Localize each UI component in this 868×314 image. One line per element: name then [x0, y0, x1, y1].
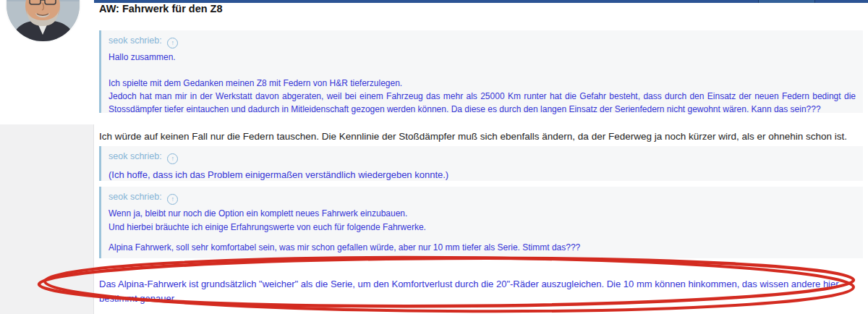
top-bar-segment [759, 0, 814, 3]
quote-body: Wenn ja, bleibt nur noch die Option ein … [101, 205, 863, 255]
quote-paragraph: Jedoch hat man mir in der Werkstatt davo… [109, 90, 856, 116]
quote-line: Und hierbei bräuchte ich einige Erfahrun… [109, 221, 856, 234]
top-bar-divider [758, 0, 759, 3]
top-bar-divider [814, 0, 815, 3]
reply-text-2: Das Alpina-Fahrwerk ist grundsätzlich "w… [99, 277, 853, 306]
quote-header: seok schrieb: ↑ [101, 187, 863, 205]
quote-line-spacer [109, 64, 856, 77]
sidebar-lower-panel [0, 124, 94, 314]
quote-block-2: seok schrieb: ↑ (Ich hoffe, dass ich das… [99, 146, 863, 181]
quote-header: seok schrieb: ↑ [101, 30, 863, 48]
quote-block-1: seok schrieb: ↑ Hallo zusammen. Ich spie… [99, 30, 863, 113]
quote-header: seok schrieb: ↑ [101, 146, 863, 164]
quote-block-3: seok schrieb: ↑ Wenn ja, bleibt nur noch… [99, 187, 863, 258]
quote-body: Hallo zusammen. Ich spielte mit dem Geda… [101, 48, 863, 116]
top-blue-bar [0, 0, 868, 3]
quote-author-label: seok schrieb: [109, 192, 162, 202]
jump-to-post-icon[interactable]: ↑ [167, 194, 178, 205]
reply-text-1: Ich würde auf keinen Fall nur die Federn… [99, 131, 868, 142]
quote-author-label: seok schrieb: [109, 151, 162, 161]
quote-line-spacer [109, 234, 856, 241]
quote-author-label: seok schrieb: [109, 35, 162, 46]
quote-line: Alpina Fahrwerk, soll sehr komfortabel s… [109, 241, 856, 255]
jump-to-post-icon[interactable]: ↑ [167, 153, 178, 164]
post-author-sidebar [0, 0, 94, 314]
jump-to-post-icon[interactable]: ↑ [167, 38, 178, 48]
quote-body: (Ich hoffe, dass ich das Problem einiger… [101, 164, 863, 182]
quote-line: Ich spielte mit dem Gedanken meinen Z8 m… [109, 77, 856, 90]
post-title: AW: Fahrwerk für den Z8 [99, 3, 223, 14]
quote-line: (Ich hoffe, dass ich das Problem einiger… [109, 168, 856, 182]
quote-line: Hallo zusammen. [109, 51, 856, 64]
quote-line: Wenn ja, bleibt nur noch die Option ein … [109, 207, 856, 221]
